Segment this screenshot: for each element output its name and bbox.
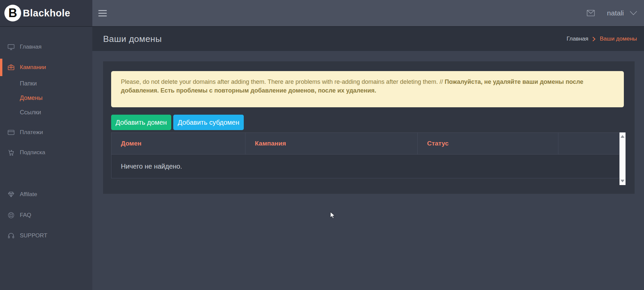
sidebar-item-label: Подписка [20, 149, 45, 156]
actions-row: Добавить домен Добавить субдомен [111, 115, 244, 130]
domains-table-header: Домен Кампания Статус [111, 132, 619, 154]
cart-icon [7, 149, 15, 156]
table-empty-row: Ничего не найдено. [111, 154, 619, 178]
add-domain-button[interactable]: Добавить домен [111, 115, 171, 130]
domains-panel: Please, do not delete your domains after… [103, 61, 635, 194]
sidebar-item-label: Кампании [20, 64, 46, 71]
user-menu[interactable]: natali [607, 9, 624, 17]
sidebar-item-label: Affilate [20, 191, 37, 198]
scroll-up-icon[interactable] [620, 135, 625, 138]
brand-logo-letter: B [8, 6, 17, 20]
sidebar-item-label: Домены [20, 95, 43, 102]
warning-alert-text-en: Please, do not delete your domains after… [121, 78, 445, 85]
sidebar-item-affilate[interactable]: Affilate [0, 188, 92, 201]
column-header-status: Статус [418, 133, 558, 154]
topbar-right: natali [587, 9, 644, 17]
sidebar-item-label: Главная [20, 44, 42, 50]
sidebar-item-label: Ссылки [20, 109, 41, 116]
page-title-bar: Ваши домены Главная Ваши домены [92, 27, 644, 51]
sidebar-item-faq[interactable]: FAQ [0, 209, 92, 222]
page-title: Ваши домены [103, 34, 162, 44]
sidebar-item-label: Платежи [20, 129, 43, 136]
domains-table: Домен Кампания Статус Ничего не найдено. [111, 132, 619, 178]
app-root: B Blackhole Главная [0, 0, 644, 290]
sidebar-item-payments[interactable]: Платежи [0, 126, 92, 139]
brand-logo[interactable]: B Blackhole [0, 0, 92, 27]
sidebar-item-home[interactable]: Главная [0, 40, 92, 54]
hamburger-menu-icon[interactable] [98, 8, 107, 18]
sidebar: B Blackhole Главная [0, 0, 92, 290]
column-header-campaign: Кампания [245, 133, 418, 154]
warning-alert: Please, do not delete your domains after… [111, 71, 624, 107]
scroll-down-icon[interactable] [620, 180, 625, 182]
briefcase-icon [7, 64, 15, 71]
life-ring-icon [7, 212, 15, 219]
sidebar-item-subscription[interactable]: Подписка [0, 146, 92, 159]
sidebar-item-label: FAQ [20, 212, 31, 219]
sidebar-item-links[interactable]: Ссылки [0, 106, 92, 119]
add-subdomain-button[interactable]: Добавить субдомен [173, 115, 244, 130]
table-scrollbar[interactable] [619, 132, 626, 185]
top-header: natali [92, 0, 644, 27]
sidebar-nav: Главная Кампании Папки Домены С [0, 40, 92, 242]
empty-state-text: Ничего не найдено. [121, 163, 182, 170]
breadcrumb-chevron-icon [592, 37, 596, 42]
sidebar-item-campaigns[interactable]: Кампании [0, 59, 92, 76]
sidebar-item-support[interactable]: SUPPORT [0, 229, 92, 242]
monitor-icon [7, 43, 15, 51]
sidebar-item-folders[interactable]: Папки [0, 77, 92, 90]
headset-icon [7, 232, 15, 239]
brand-name: Blackhole [23, 8, 71, 19]
breadcrumb-current: Ваши домены [600, 36, 637, 42]
mouse-cursor [330, 212, 337, 220]
sidebar-item-domains[interactable]: Домены [0, 91, 92, 105]
chevron-down-icon[interactable] [630, 11, 637, 15]
breadcrumb-home-link[interactable]: Главная [567, 36, 589, 42]
sidebar-item-label: SUPPORT [20, 232, 47, 239]
mail-icon[interactable] [587, 10, 595, 16]
sidebar-item-label: Папки [20, 80, 37, 87]
brand-logo-icon: B [4, 5, 21, 21]
gem-icon [7, 191, 15, 198]
breadcrumb: Главная Ваши домены [567, 36, 637, 42]
credit-card-icon [7, 129, 15, 136]
column-header-domain: Домен [111, 133, 245, 154]
column-header-actions [558, 133, 619, 154]
